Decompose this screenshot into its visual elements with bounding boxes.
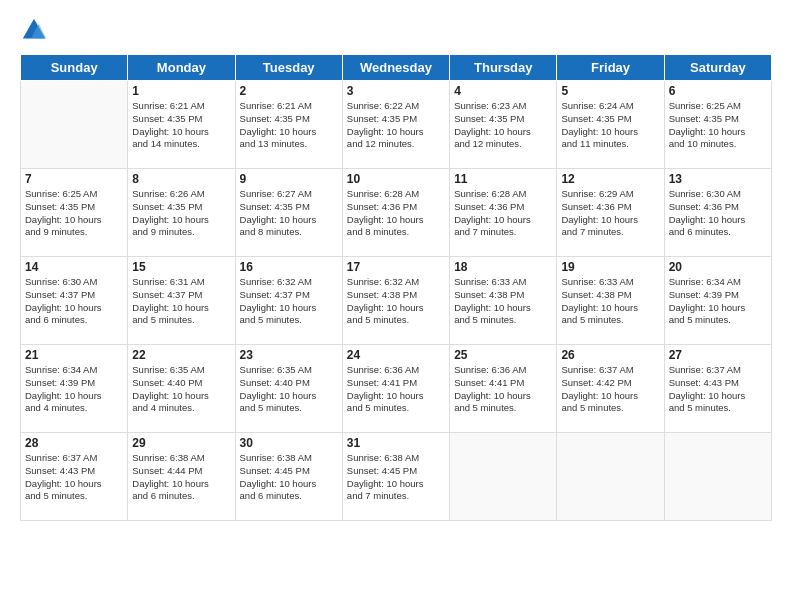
- week-row-1: 7Sunrise: 6:25 AM Sunset: 4:35 PM Daylig…: [21, 169, 772, 257]
- calendar-cell: 30Sunrise: 6:38 AM Sunset: 4:45 PM Dayli…: [235, 433, 342, 521]
- day-header-tuesday: Tuesday: [235, 55, 342, 81]
- calendar-cell: 8Sunrise: 6:26 AM Sunset: 4:35 PM Daylig…: [128, 169, 235, 257]
- day-header-wednesday: Wednesday: [342, 55, 449, 81]
- day-header-friday: Friday: [557, 55, 664, 81]
- week-row-3: 21Sunrise: 6:34 AM Sunset: 4:39 PM Dayli…: [21, 345, 772, 433]
- cell-date: 23: [240, 348, 338, 362]
- days-header-row: SundayMondayTuesdayWednesdayThursdayFrid…: [21, 55, 772, 81]
- cell-info: Sunrise: 6:32 AM Sunset: 4:37 PM Dayligh…: [240, 276, 338, 327]
- day-header-thursday: Thursday: [450, 55, 557, 81]
- cell-date: 11: [454, 172, 552, 186]
- cell-date: 13: [669, 172, 767, 186]
- cell-info: Sunrise: 6:36 AM Sunset: 4:41 PM Dayligh…: [454, 364, 552, 415]
- cell-info: Sunrise: 6:27 AM Sunset: 4:35 PM Dayligh…: [240, 188, 338, 239]
- calendar-cell: 2Sunrise: 6:21 AM Sunset: 4:35 PM Daylig…: [235, 81, 342, 169]
- calendar-cell: [664, 433, 771, 521]
- calendar-cell: 28Sunrise: 6:37 AM Sunset: 4:43 PM Dayli…: [21, 433, 128, 521]
- calendar-cell: 6Sunrise: 6:25 AM Sunset: 4:35 PM Daylig…: [664, 81, 771, 169]
- calendar-cell: [557, 433, 664, 521]
- cell-date: 10: [347, 172, 445, 186]
- logo-icon: [20, 16, 48, 44]
- cell-info: Sunrise: 6:23 AM Sunset: 4:35 PM Dayligh…: [454, 100, 552, 151]
- page-header: [20, 16, 772, 44]
- calendar-cell: 16Sunrise: 6:32 AM Sunset: 4:37 PM Dayli…: [235, 257, 342, 345]
- calendar-cell: 1Sunrise: 6:21 AM Sunset: 4:35 PM Daylig…: [128, 81, 235, 169]
- cell-info: Sunrise: 6:36 AM Sunset: 4:41 PM Dayligh…: [347, 364, 445, 415]
- cell-date: 20: [669, 260, 767, 274]
- calendar-page: SundayMondayTuesdayWednesdayThursdayFrid…: [0, 0, 792, 612]
- cell-date: 29: [132, 436, 230, 450]
- cell-date: 15: [132, 260, 230, 274]
- calendar-cell: 3Sunrise: 6:22 AM Sunset: 4:35 PM Daylig…: [342, 81, 449, 169]
- calendar-cell: 21Sunrise: 6:34 AM Sunset: 4:39 PM Dayli…: [21, 345, 128, 433]
- calendar-body: 1Sunrise: 6:21 AM Sunset: 4:35 PM Daylig…: [21, 81, 772, 521]
- cell-date: 4: [454, 84, 552, 98]
- cell-date: 16: [240, 260, 338, 274]
- cell-info: Sunrise: 6:33 AM Sunset: 4:38 PM Dayligh…: [454, 276, 552, 327]
- calendar-cell: 14Sunrise: 6:30 AM Sunset: 4:37 PM Dayli…: [21, 257, 128, 345]
- cell-info: Sunrise: 6:37 AM Sunset: 4:43 PM Dayligh…: [669, 364, 767, 415]
- calendar-cell: 23Sunrise: 6:35 AM Sunset: 4:40 PM Dayli…: [235, 345, 342, 433]
- cell-date: 31: [347, 436, 445, 450]
- cell-date: 26: [561, 348, 659, 362]
- calendar-cell: 15Sunrise: 6:31 AM Sunset: 4:37 PM Dayli…: [128, 257, 235, 345]
- calendar-cell: 10Sunrise: 6:28 AM Sunset: 4:36 PM Dayli…: [342, 169, 449, 257]
- cell-info: Sunrise: 6:24 AM Sunset: 4:35 PM Dayligh…: [561, 100, 659, 151]
- cell-info: Sunrise: 6:29 AM Sunset: 4:36 PM Dayligh…: [561, 188, 659, 239]
- calendar-cell: 26Sunrise: 6:37 AM Sunset: 4:42 PM Dayli…: [557, 345, 664, 433]
- calendar-cell: 25Sunrise: 6:36 AM Sunset: 4:41 PM Dayli…: [450, 345, 557, 433]
- cell-date: 27: [669, 348, 767, 362]
- cell-info: Sunrise: 6:30 AM Sunset: 4:36 PM Dayligh…: [669, 188, 767, 239]
- cell-date: 2: [240, 84, 338, 98]
- cell-date: 14: [25, 260, 123, 274]
- cell-date: 21: [25, 348, 123, 362]
- cell-date: 17: [347, 260, 445, 274]
- cell-date: 6: [669, 84, 767, 98]
- calendar-cell: 9Sunrise: 6:27 AM Sunset: 4:35 PM Daylig…: [235, 169, 342, 257]
- cell-info: Sunrise: 6:38 AM Sunset: 4:44 PM Dayligh…: [132, 452, 230, 503]
- calendar-cell: 19Sunrise: 6:33 AM Sunset: 4:38 PM Dayli…: [557, 257, 664, 345]
- calendar-cell: [450, 433, 557, 521]
- cell-info: Sunrise: 6:22 AM Sunset: 4:35 PM Dayligh…: [347, 100, 445, 151]
- day-header-sunday: Sunday: [21, 55, 128, 81]
- cell-info: Sunrise: 6:33 AM Sunset: 4:38 PM Dayligh…: [561, 276, 659, 327]
- cell-info: Sunrise: 6:35 AM Sunset: 4:40 PM Dayligh…: [240, 364, 338, 415]
- cell-date: 18: [454, 260, 552, 274]
- cell-info: Sunrise: 6:30 AM Sunset: 4:37 PM Dayligh…: [25, 276, 123, 327]
- cell-info: Sunrise: 6:28 AM Sunset: 4:36 PM Dayligh…: [347, 188, 445, 239]
- calendar-cell: 18Sunrise: 6:33 AM Sunset: 4:38 PM Dayli…: [450, 257, 557, 345]
- week-row-4: 28Sunrise: 6:37 AM Sunset: 4:43 PM Dayli…: [21, 433, 772, 521]
- cell-date: 25: [454, 348, 552, 362]
- cell-date: 3: [347, 84, 445, 98]
- cell-info: Sunrise: 6:34 AM Sunset: 4:39 PM Dayligh…: [25, 364, 123, 415]
- calendar-cell: [21, 81, 128, 169]
- cell-info: Sunrise: 6:37 AM Sunset: 4:43 PM Dayligh…: [25, 452, 123, 503]
- calendar-cell: 7Sunrise: 6:25 AM Sunset: 4:35 PM Daylig…: [21, 169, 128, 257]
- calendar-cell: 4Sunrise: 6:23 AM Sunset: 4:35 PM Daylig…: [450, 81, 557, 169]
- cell-date: 8: [132, 172, 230, 186]
- calendar-cell: 29Sunrise: 6:38 AM Sunset: 4:44 PM Dayli…: [128, 433, 235, 521]
- cell-date: 30: [240, 436, 338, 450]
- cell-info: Sunrise: 6:26 AM Sunset: 4:35 PM Dayligh…: [132, 188, 230, 239]
- cell-date: 24: [347, 348, 445, 362]
- cell-date: 28: [25, 436, 123, 450]
- cell-info: Sunrise: 6:25 AM Sunset: 4:35 PM Dayligh…: [669, 100, 767, 151]
- logo: [20, 16, 52, 44]
- cell-info: Sunrise: 6:31 AM Sunset: 4:37 PM Dayligh…: [132, 276, 230, 327]
- calendar-cell: 17Sunrise: 6:32 AM Sunset: 4:38 PM Dayli…: [342, 257, 449, 345]
- day-header-saturday: Saturday: [664, 55, 771, 81]
- cell-date: 22: [132, 348, 230, 362]
- day-header-monday: Monday: [128, 55, 235, 81]
- calendar-cell: 20Sunrise: 6:34 AM Sunset: 4:39 PM Dayli…: [664, 257, 771, 345]
- cell-date: 5: [561, 84, 659, 98]
- cell-info: Sunrise: 6:37 AM Sunset: 4:42 PM Dayligh…: [561, 364, 659, 415]
- calendar-cell: 27Sunrise: 6:37 AM Sunset: 4:43 PM Dayli…: [664, 345, 771, 433]
- calendar-cell: 22Sunrise: 6:35 AM Sunset: 4:40 PM Dayli…: [128, 345, 235, 433]
- cell-info: Sunrise: 6:21 AM Sunset: 4:35 PM Dayligh…: [240, 100, 338, 151]
- cell-info: Sunrise: 6:34 AM Sunset: 4:39 PM Dayligh…: [669, 276, 767, 327]
- cell-info: Sunrise: 6:28 AM Sunset: 4:36 PM Dayligh…: [454, 188, 552, 239]
- calendar-table: SundayMondayTuesdayWednesdayThursdayFrid…: [20, 54, 772, 521]
- cell-info: Sunrise: 6:38 AM Sunset: 4:45 PM Dayligh…: [347, 452, 445, 503]
- week-row-0: 1Sunrise: 6:21 AM Sunset: 4:35 PM Daylig…: [21, 81, 772, 169]
- calendar-cell: 5Sunrise: 6:24 AM Sunset: 4:35 PM Daylig…: [557, 81, 664, 169]
